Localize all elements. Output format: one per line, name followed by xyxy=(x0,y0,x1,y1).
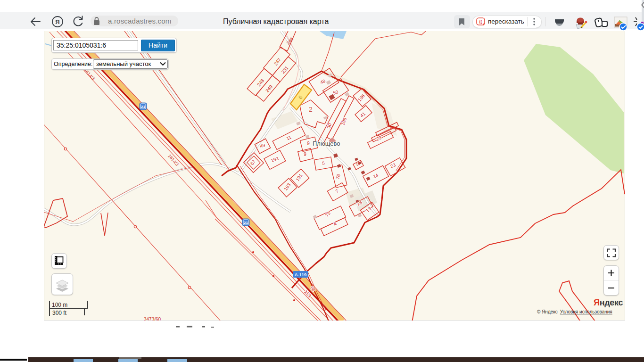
svg-text:((: (( xyxy=(479,19,482,24)
svg-text:Я: Я xyxy=(55,18,59,25)
